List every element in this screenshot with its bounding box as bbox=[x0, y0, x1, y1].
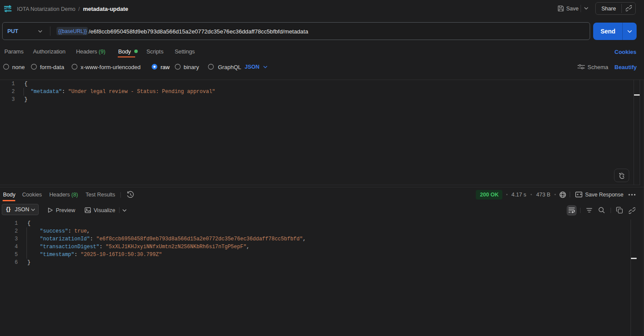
svg-text:HTTP: HTTP bbox=[4, 7, 12, 10]
